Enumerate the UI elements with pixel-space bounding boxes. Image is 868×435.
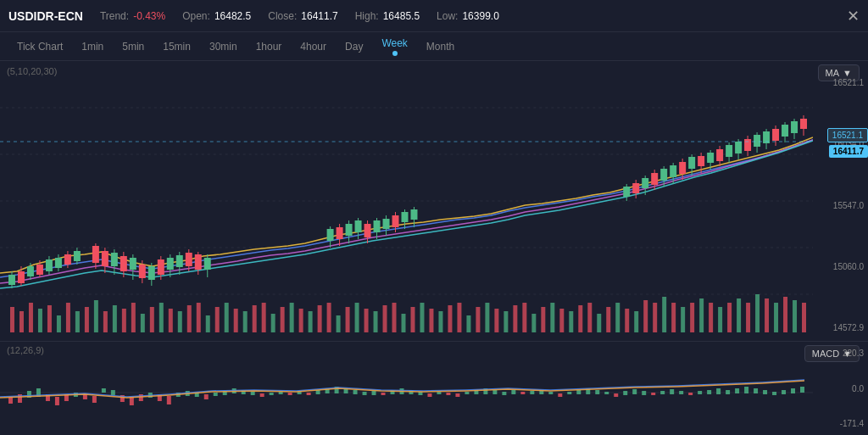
svg-rect-266 xyxy=(670,389,674,394)
tab-day[interactable]: Day xyxy=(337,37,371,56)
svg-rect-90 xyxy=(802,303,806,332)
svg-rect-192 xyxy=(800,119,807,129)
low-label: Low: xyxy=(437,10,458,22)
svg-rect-40 xyxy=(337,315,341,332)
svg-rect-243 xyxy=(455,393,459,397)
svg-rect-232 xyxy=(353,390,358,394)
svg-rect-35 xyxy=(290,303,294,332)
svg-rect-240 xyxy=(427,393,431,397)
ma-indicator-label: (5,10,20,30) xyxy=(7,66,57,76)
svg-rect-275 xyxy=(754,388,758,393)
tab-1hour[interactable]: 1hour xyxy=(248,37,291,56)
tab-15min[interactable]: 15min xyxy=(154,37,199,56)
open-label: Open: xyxy=(182,10,210,22)
price-axis: 16521.1 16034.0 15547.0 15060.0 14572.9 xyxy=(813,61,868,341)
svg-rect-132 xyxy=(204,258,211,270)
tab-month[interactable]: Month xyxy=(418,37,463,56)
tab-week[interactable]: Week xyxy=(373,34,415,59)
svg-rect-263 xyxy=(642,391,646,395)
svg-rect-138 xyxy=(346,224,353,236)
svg-rect-223 xyxy=(270,393,274,395)
svg-rect-166 xyxy=(679,162,686,174)
svg-rect-34 xyxy=(281,307,285,332)
svg-rect-176 xyxy=(726,145,732,157)
svg-rect-162 xyxy=(660,169,667,181)
svg-rect-92 xyxy=(8,275,15,285)
svg-rect-10 xyxy=(57,315,61,332)
price-label-3: 15547.0 xyxy=(813,201,864,210)
svg-rect-272 xyxy=(726,390,730,394)
svg-rect-21 xyxy=(159,303,164,332)
svg-rect-59 xyxy=(513,305,517,332)
svg-rect-188 xyxy=(782,125,788,137)
svg-rect-24 xyxy=(187,305,192,332)
svg-rect-72 xyxy=(634,311,638,332)
tab-4hour[interactable]: 4hour xyxy=(292,37,335,56)
svg-rect-49 xyxy=(420,303,424,332)
svg-rect-227 xyxy=(307,393,311,395)
svg-rect-279 xyxy=(791,388,795,393)
tab-tick-chart[interactable]: Tick Chart xyxy=(8,37,71,56)
svg-rect-180 xyxy=(744,139,751,151)
svg-rect-106 xyxy=(74,251,81,261)
current-price-badge: 16411.7 xyxy=(829,145,868,158)
svg-rect-146 xyxy=(383,219,390,229)
svg-rect-225 xyxy=(288,393,292,395)
svg-rect-168 xyxy=(688,157,695,169)
svg-rect-160 xyxy=(651,173,658,185)
svg-rect-26 xyxy=(206,315,210,332)
svg-rect-234 xyxy=(372,391,376,395)
tab-5min[interactable]: 5min xyxy=(114,37,153,56)
open-value: 16482.5 xyxy=(214,10,251,22)
high-value: 16485.5 xyxy=(383,10,420,22)
svg-rect-41 xyxy=(346,307,350,332)
trend-value: -0.43% xyxy=(133,10,165,22)
svg-rect-112 xyxy=(111,253,118,266)
svg-rect-242 xyxy=(446,393,450,395)
header: USDIDR-ECN Trend: -0.43% Open: 16482.5 C… xyxy=(0,0,868,32)
svg-rect-64 xyxy=(559,309,564,332)
svg-rect-102 xyxy=(55,258,62,268)
svg-rect-248 xyxy=(502,392,506,395)
svg-rect-62 xyxy=(541,307,545,332)
svg-rect-118 xyxy=(139,265,146,278)
svg-rect-86 xyxy=(765,298,769,332)
svg-rect-268 xyxy=(688,393,693,395)
svg-rect-262 xyxy=(632,389,637,394)
svg-rect-69 xyxy=(606,307,610,332)
svg-rect-267 xyxy=(679,391,683,394)
svg-rect-55 xyxy=(476,307,480,332)
svg-rect-94 xyxy=(18,271,25,283)
svg-rect-84 xyxy=(746,303,750,332)
svg-rect-77 xyxy=(681,307,685,332)
svg-rect-270 xyxy=(707,390,711,394)
price-label-2: 15060.0 xyxy=(813,262,864,271)
svg-rect-37 xyxy=(309,311,313,332)
svg-rect-212 xyxy=(167,396,171,404)
close-button[interactable]: ✕ xyxy=(847,7,860,25)
svg-rect-274 xyxy=(744,387,748,393)
svg-rect-200 xyxy=(55,397,59,405)
svg-rect-233 xyxy=(363,392,367,395)
svg-rect-152 xyxy=(410,209,417,220)
svg-rect-9 xyxy=(47,305,52,332)
svg-rect-96 xyxy=(27,266,34,276)
svg-rect-63 xyxy=(550,303,554,332)
svg-rect-88 xyxy=(783,297,787,332)
symbol: USDIDR-ECN xyxy=(8,9,83,23)
svg-rect-80 xyxy=(709,303,713,332)
svg-rect-81 xyxy=(718,307,722,332)
svg-rect-260 xyxy=(614,393,618,397)
svg-rect-114 xyxy=(120,256,127,271)
svg-rect-57 xyxy=(494,309,498,332)
svg-rect-164 xyxy=(670,165,676,177)
tab-30min[interactable]: 30min xyxy=(201,37,246,56)
macd-chart xyxy=(0,342,813,435)
svg-rect-136 xyxy=(337,227,343,239)
svg-rect-43 xyxy=(364,309,369,332)
tab-1min[interactable]: 1min xyxy=(73,37,112,56)
high-price-badge: 16521.1 xyxy=(827,128,868,142)
svg-rect-217 xyxy=(214,393,218,396)
svg-rect-36 xyxy=(299,309,303,332)
svg-rect-269 xyxy=(698,391,702,394)
